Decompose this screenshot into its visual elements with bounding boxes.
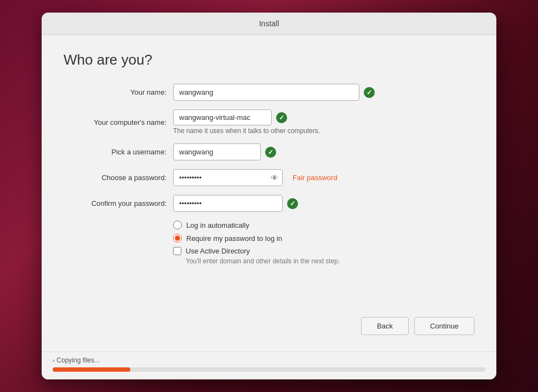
require-password-label[interactable]: Require my password to log in	[186, 234, 282, 243]
require-password-radio[interactable]	[173, 234, 182, 243]
password-label: Choose a password:	[64, 174, 173, 182]
username-row: Pick a username:	[64, 143, 474, 160]
confirm-password-field-group	[173, 195, 298, 212]
confirm-password-label: Confirm your password:	[64, 199, 173, 207]
your-name-field-group	[173, 84, 375, 101]
your-name-label: Your name:	[64, 88, 173, 96]
copying-label-text: Copying files...	[56, 356, 100, 364]
password-field-group: 👁 Fair password	[173, 169, 337, 186]
titlebar: Install	[42, 13, 496, 35]
form-area: Your name: Your computer's name: The nam…	[64, 84, 474, 312]
install-window: Install Who are you? Your name: Your com…	[42, 13, 496, 379]
password-row: Choose a password: 👁 Fair password	[64, 169, 474, 186]
computer-name-check-icon	[276, 112, 287, 123]
your-name-check-icon	[364, 87, 375, 98]
login-auto-radio[interactable]	[173, 221, 182, 229]
active-directory-checkbox[interactable]	[173, 247, 181, 255]
password-strength-label: Fair password	[293, 174, 337, 182]
active-directory-label[interactable]: Use Active Directory	[186, 247, 250, 255]
continue-button[interactable]: Continue	[414, 317, 474, 335]
confirm-password-input[interactable]	[173, 195, 283, 212]
active-directory-hint: You'll enter domain and other details in…	[186, 257, 474, 265]
radio-section: Log in automatically Require my password…	[173, 221, 474, 243]
footer: › Copying files...	[42, 351, 496, 379]
password-eye-icon[interactable]: 👁	[271, 174, 278, 182]
computer-name-input-row	[173, 109, 474, 125]
username-label: Pick a username:	[64, 148, 173, 156]
password-input[interactable]	[173, 169, 283, 186]
button-row: Back Continue	[64, 312, 474, 341]
confirm-password-row: Confirm your password:	[64, 195, 474, 212]
progress-bar-fill	[53, 367, 130, 372]
page-title: Who are you?	[64, 51, 474, 68]
computer-name-label: Your computer's name:	[64, 118, 173, 126]
your-name-input[interactable]	[173, 84, 359, 101]
login-auto-row: Log in automatically	[173, 221, 474, 229]
progress-bar-container	[53, 367, 485, 372]
login-auto-label[interactable]: Log in automatically	[186, 221, 249, 229]
confirm-password-check-icon	[287, 198, 298, 209]
computer-name-row: Your computer's name: The name it uses w…	[64, 109, 474, 135]
active-directory-section: Use Active Directory You'll enter domain…	[173, 247, 474, 265]
active-directory-row: Use Active Directory	[173, 247, 474, 255]
chevron-icon: ›	[53, 358, 54, 364]
window-title: Install	[259, 19, 279, 28]
username-check-icon	[265, 147, 276, 158]
copying-label-row: › Copying files...	[53, 356, 485, 364]
computer-name-hint: The name it uses when it talks to other …	[173, 127, 474, 135]
computer-name-input[interactable]	[173, 109, 272, 125]
require-password-row: Require my password to log in	[173, 234, 474, 243]
password-input-wrapper: 👁	[173, 169, 283, 186]
username-field-group	[173, 143, 276, 160]
computer-name-field-group: The name it uses when it talks to other …	[173, 109, 474, 135]
main-content: Who are you? Your name: Your computer's …	[42, 35, 496, 351]
your-name-row: Your name:	[64, 84, 474, 101]
username-input[interactable]	[173, 143, 261, 160]
back-button[interactable]: Back	[361, 317, 409, 335]
